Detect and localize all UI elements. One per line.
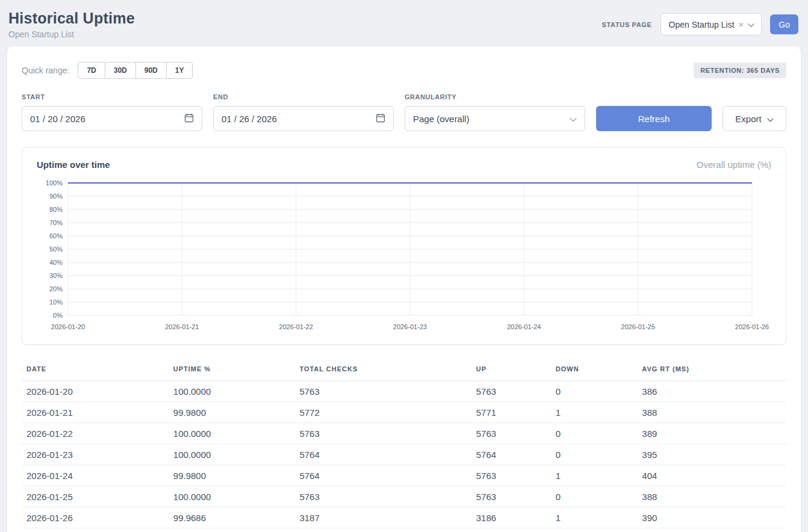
svg-text:10%: 10% — [49, 298, 63, 306]
table-cell: 5763 — [294, 486, 471, 507]
table-cell: 388 — [637, 402, 786, 423]
svg-text:2026-01-22: 2026-01-22 — [279, 323, 313, 330]
table-cell: 388 — [637, 486, 786, 507]
close-icon[interactable]: × — [739, 20, 744, 29]
svg-text:0%: 0% — [53, 312, 63, 319]
go-button[interactable]: Go — [770, 14, 798, 34]
quick-range-label: Quick range: — [22, 66, 69, 75]
table-cell: 2026-01-21 — [22, 402, 169, 423]
table-cell: 1 — [551, 402, 638, 423]
table-cell: 100.0000 — [169, 444, 295, 465]
table-cell: 5764 — [294, 465, 471, 486]
table-cell: 2026-01-26 — [22, 507, 169, 528]
table-cell: 3186 — [471, 507, 551, 528]
chart-legend: Overall uptime (%) — [697, 159, 771, 170]
table-cell: 2026-01-20 — [22, 381, 169, 402]
column-header-uptime: UPTIME % — [169, 360, 295, 381]
table-cell: 2026-01-22 — [22, 423, 169, 444]
page-header: Historical Uptime Open Startup List STAT… — [7, 7, 801, 46]
quick-range-30d-button[interactable]: 30D — [105, 62, 136, 79]
column-header-up: UP — [471, 360, 551, 381]
svg-text:90%: 90% — [49, 193, 63, 200]
chevron-down-icon — [767, 114, 774, 124]
table-cell: 404 — [637, 465, 786, 486]
table-cell: 2026-01-23 — [22, 444, 169, 465]
table-cell: 99.9800 — [169, 465, 295, 486]
svg-text:2026-01-25: 2026-01-25 — [621, 323, 655, 330]
svg-text:40%: 40% — [49, 259, 63, 266]
start-date-input[interactable]: 01 / 20 / 2026 — [22, 106, 202, 131]
quick-range-1y-button[interactable]: 1Y — [167, 62, 193, 79]
column-header-down: DOWN — [551, 360, 638, 381]
svg-text:100%: 100% — [46, 179, 63, 187]
main-card: Quick range: 7D 30D 90D 1Y RETENTION: 36… — [7, 46, 801, 532]
column-header-total-checks: TOTAL CHECKS — [294, 360, 471, 381]
quick-range-90d-button[interactable]: 90D — [136, 62, 167, 79]
table-row: 2026-01-20100.0000576357630386 — [22, 381, 786, 402]
chart-title: Uptime over time — [37, 159, 110, 170]
end-date-field: END 01 / 26 / 2026 — [213, 93, 394, 131]
column-header-avg-rt: AVG RT (MS) — [637, 360, 786, 381]
table-cell: 390 — [637, 507, 786, 528]
refresh-button[interactable]: Refresh — [596, 106, 712, 131]
svg-text:2026-01-26: 2026-01-26 — [735, 323, 769, 330]
chevron-down-icon — [748, 20, 754, 29]
svg-text:30%: 30% — [49, 272, 63, 279]
uptime-table-head: DATE UPTIME % TOTAL CHECKS UP DOWN AVG R… — [22, 360, 786, 381]
start-date-value: 01 / 20 / 2026 — [30, 114, 85, 124]
header-titles: Historical Uptime Open Startup List — [8, 10, 135, 39]
granularity-selected-value: Page (overall) — [413, 114, 469, 124]
svg-text:2026-01-20: 2026-01-20 — [51, 323, 85, 330]
filter-form-row: START 01 / 20 / 2026 END — [22, 93, 786, 131]
granularity-label: GRANULARITY — [405, 93, 585, 101]
table-cell: 395 — [637, 444, 786, 465]
table-cell: 2026-01-24 — [22, 465, 169, 486]
uptime-table: DATE UPTIME % TOTAL CHECKS UP DOWN AVG R… — [22, 360, 786, 528]
table-cell: 2026-01-25 — [22, 486, 169, 507]
retention-badge: RETENTION: 365 DAYS — [694, 63, 786, 78]
table-cell: 5764 — [294, 444, 471, 465]
uptime-chart: 0%10%20%30%40%50%60%70%80%90%100%2026-01… — [34, 178, 774, 337]
column-header-date: DATE — [22, 360, 169, 381]
svg-text:2026-01-23: 2026-01-23 — [393, 323, 427, 330]
table-cell: 0 — [551, 423, 638, 444]
table-row: 2026-01-23100.0000576457640395 — [22, 444, 786, 465]
calendar-icon[interactable] — [184, 113, 194, 125]
page-subtitle: Open Startup List — [8, 29, 135, 39]
header-controls: STATUS PAGE Open Startup List × Go — [602, 13, 798, 36]
table-cell: 99.9800 — [169, 402, 295, 423]
start-date-field: START 01 / 20 / 2026 — [22, 93, 202, 131]
table-cell: 100.0000 — [169, 423, 295, 444]
chart-header: Uptime over time Overall uptime (%) — [34, 159, 774, 170]
table-cell: 5763 — [471, 465, 551, 486]
quick-range-7d-button[interactable]: 7D — [78, 62, 105, 79]
table-cell: 5763 — [294, 423, 471, 444]
table-cell: 389 — [637, 423, 786, 444]
svg-text:50%: 50% — [49, 246, 63, 253]
table-cell: 386 — [637, 381, 786, 402]
table-row: 2026-01-2699.9686318731861390 — [22, 507, 786, 528]
table-row: 2026-01-2499.9800576457631404 — [22, 465, 786, 486]
granularity-select[interactable]: Page (overall) — [405, 106, 585, 131]
table-cell: 1 — [551, 507, 638, 528]
start-date-label: START — [22, 93, 202, 101]
granularity-field: GRANULARITY Page (overall) — [405, 93, 585, 131]
end-date-label: END — [213, 93, 394, 101]
status-page-select[interactable]: Open Startup List × — [660, 13, 762, 36]
table-cell: 5764 — [471, 444, 551, 465]
table-cell: 100.0000 — [169, 486, 295, 507]
end-date-input[interactable]: 01 / 26 / 2026 — [213, 106, 394, 131]
table-cell: 0 — [551, 444, 638, 465]
chevron-down-icon — [570, 114, 577, 124]
page: Historical Uptime Open Startup List STAT… — [0, 0, 808, 532]
page-title: Historical Uptime — [8, 10, 135, 27]
table-cell: 0 — [551, 381, 638, 402]
table-cell: 5763 — [471, 486, 551, 507]
table-cell: 5763 — [471, 423, 551, 444]
table-row: 2026-01-22100.0000576357630389 — [22, 423, 786, 444]
calendar-icon[interactable] — [376, 113, 385, 125]
status-page-selected-value: Open Startup List — [669, 20, 735, 29]
uptime-table-body: 2026-01-20100.00005763576303862026-01-21… — [22, 381, 786, 528]
export-button[interactable]: Export — [723, 106, 786, 131]
svg-text:60%: 60% — [49, 232, 63, 240]
